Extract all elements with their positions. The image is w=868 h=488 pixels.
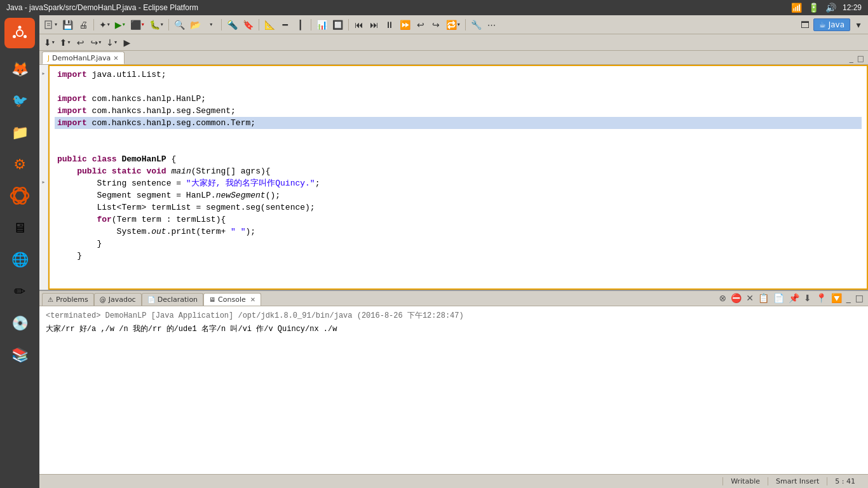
resume-btn[interactable]: ⏩ xyxy=(398,18,412,32)
code-line-3: import com.hankcs.hanlp.HanLP; xyxy=(55,93,862,105)
code-line-8: public class DemoHanLP { xyxy=(55,153,862,165)
code-line-4: import com.hankcs.hanlp.seg.Segment; xyxy=(55,105,862,117)
tab-filename: DemoHanLP.java xyxy=(52,54,111,62)
console-label: Console xyxy=(218,295,246,304)
clock: 12:29 xyxy=(843,3,862,12)
coverage-btn[interactable]: 📊 xyxy=(315,18,329,32)
search-btn[interactable]: ▾ xyxy=(204,18,218,32)
terminal-icon[interactable]: 🖥 xyxy=(4,212,35,243)
debug-btn[interactable]: 🐛▾ xyxy=(147,18,165,32)
perspective-icon: ☕ xyxy=(819,20,826,29)
nav-up-btn[interactable]: ⬆▾ xyxy=(58,36,72,50)
step-into-btn[interactable]: ⏭ xyxy=(367,18,381,32)
bottom-panel: ⚠ Problems @ Javadoc 📄 Declaration 🖥 Con… xyxy=(39,290,868,474)
editor-tabs: J DemoHanLP.java ✕ _ □ xyxy=(39,51,868,65)
console-maximize-btn[interactable]: □ xyxy=(853,292,865,304)
tools-btn[interactable]: 🔧 xyxy=(469,18,484,32)
declaration-label: Declaration xyxy=(158,295,198,304)
code-line-7 xyxy=(55,141,862,153)
console-stop-btn[interactable]: ⛔ xyxy=(729,292,743,304)
editor-tab-demohanlp[interactable]: J DemoHanLP.java ✕ xyxy=(42,51,125,64)
full-screen-btn[interactable]: 📐 xyxy=(262,18,277,32)
back-btn[interactable]: ↩ xyxy=(414,18,428,32)
perspective-button[interactable]: ☕ Java xyxy=(813,18,850,31)
svg-point-4 xyxy=(13,35,16,38)
eclipse-icon[interactable] xyxy=(4,180,35,211)
console-output-line: 大家/rr 好/a ,/w /n 我的/rr 的/ude1 名字/n 叫/vi … xyxy=(46,323,862,334)
ubuntu-icon[interactable] xyxy=(4,18,35,48)
console-clear-btn[interactable]: ⊗ xyxy=(717,292,729,304)
extra-btn[interactable]: ⋯ xyxy=(485,18,499,32)
forward-btn[interactable]: ↪ xyxy=(429,18,443,32)
java-file-icon: J xyxy=(48,55,50,62)
tab-problems[interactable]: ⚠ Problems xyxy=(42,293,94,306)
tab-close-btn[interactable]: ✕ xyxy=(113,55,118,62)
undo-btn[interactable]: ↩ xyxy=(74,36,88,50)
stop-btn[interactable]: ⬛▾ xyxy=(128,18,146,32)
refactor-btn[interactable]: ✦▾ xyxy=(97,18,112,32)
console-minimize-btn[interactable]: _ xyxy=(844,292,853,304)
console-follow-btn[interactable]: ⬇ xyxy=(802,292,813,304)
console-new-btn[interactable]: 📋 xyxy=(756,292,771,304)
javadoc-label: Javadoc xyxy=(109,295,136,304)
step-over-btn[interactable]: ⏮ xyxy=(352,18,366,32)
writer-icon[interactable]: ✏ xyxy=(4,276,35,306)
print-btn[interactable]: 🖨 xyxy=(76,18,90,32)
code-line-5: import com.hankcs.hanlp.seg.common.Term; xyxy=(55,117,862,129)
code-line-12: List<Term> termList = segment.seg(senten… xyxy=(55,201,862,214)
run-btn[interactable]: ▶▾ xyxy=(113,18,127,32)
tab-javadoc[interactable]: @ Javadoc xyxy=(94,293,142,306)
step-return-btn[interactable]: ⏸ xyxy=(383,18,397,32)
wifi-icon: 📶 xyxy=(791,3,802,13)
settings-icon[interactable]: ⚙ xyxy=(4,149,35,179)
code-line-13: for(Term term : termList){ xyxy=(55,214,862,226)
svg-point-3 xyxy=(24,35,27,38)
stack-icon[interactable]: 📚 xyxy=(4,339,35,370)
minimize-editor-btn[interactable]: _ xyxy=(848,53,855,64)
thunderbird-icon[interactable]: 🐦 xyxy=(4,85,35,116)
maximize-view-btn[interactable]: 🗖 xyxy=(798,18,812,32)
mark-occurrences-btn[interactable]: 🔦 xyxy=(225,18,240,32)
open-resource-btn[interactable]: 📂 xyxy=(188,18,203,32)
console-close-btn[interactable]: ✕ xyxy=(250,296,255,303)
new-btn[interactable]: ▾ xyxy=(42,18,59,32)
console-pin-btn[interactable]: 📍 xyxy=(814,292,829,304)
disk-icon[interactable]: 💿 xyxy=(4,308,35,338)
history-btn[interactable]: 🔁▾ xyxy=(444,18,462,32)
test-btn[interactable]: 🔲 xyxy=(330,18,345,32)
bookmark-btn[interactable]: 🔖 xyxy=(241,18,255,32)
declaration-icon: 📄 xyxy=(147,296,155,303)
code-editor-wrapper: ▸ ▸ xyxy=(39,65,868,290)
maximize-editor-btn[interactable]: □ xyxy=(856,53,865,64)
prev-edit-btn[interactable]: ↓▾ xyxy=(104,36,119,50)
console-copy-btn[interactable]: 📄 xyxy=(771,292,786,304)
code-line-6 xyxy=(55,129,862,141)
code-line-10: String sentence = "大家好, 我的名字叫作Quincy."; xyxy=(55,177,862,189)
open-perspective-btn[interactable]: ▾ xyxy=(851,18,865,32)
code-line-15: } xyxy=(55,238,862,250)
console-remove-btn[interactable]: ✕ xyxy=(744,292,756,304)
firefox-icon[interactable]: 🦊 xyxy=(4,53,35,84)
split-horiz-btn[interactable]: ━ xyxy=(278,18,292,32)
tab-declaration[interactable]: 📄 Declaration xyxy=(142,293,203,306)
code-line-1: import java.util.List; xyxy=(55,69,862,81)
collapse-imports[interactable]: ▸ xyxy=(39,67,48,79)
nav-down-btn[interactable]: ⬇▾ xyxy=(42,36,57,50)
toolbar-2: ⬇▾ ⬆▾ ↩ ↪▾ ↓▾ ▶ xyxy=(39,34,868,51)
save-btn[interactable]: 💾 xyxy=(60,18,75,32)
open-type-btn[interactable]: 🔍 xyxy=(172,18,187,32)
title-bar-title: Java - javaSpark/src/DemoHanLP.java - Ec… xyxy=(6,3,198,12)
files-icon[interactable]: 📁 xyxy=(4,117,35,147)
console-filter-btn[interactable]: 🔽 xyxy=(829,292,844,304)
tab-console[interactable]: 🖥 Console ✕ xyxy=(203,293,261,306)
bottom-tabs: ⚠ Problems @ Javadoc 📄 Declaration 🖥 Con… xyxy=(39,291,868,306)
split-vert-btn[interactable]: ┃ xyxy=(294,18,308,32)
browser-icon[interactable]: 🌐 xyxy=(4,244,35,274)
sidebar: 🦊 🐦 📁 ⚙ 🖥 🌐 ✏ 💿 📚 xyxy=(0,15,39,488)
problems-label: Problems xyxy=(56,295,88,304)
redo-btn[interactable]: ↪▾ xyxy=(89,36,104,50)
console-paste-btn[interactable]: 📌 xyxy=(787,292,801,304)
collapse-main[interactable]: ▸ xyxy=(39,176,48,188)
code-editor[interactable]: import java.util.List; import com.hankcs… xyxy=(48,65,868,290)
next-edit-btn[interactable]: ▶ xyxy=(120,36,134,50)
